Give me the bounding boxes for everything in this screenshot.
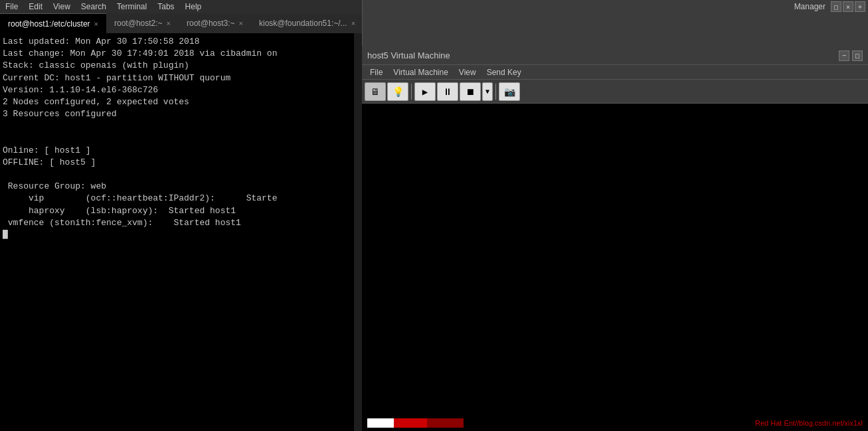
- terminal-line-12: Resource Group: web: [3, 181, 351, 193]
- terminal-line-4: Version: 1.1.10-14.el6-368c726: [3, 84, 351, 96]
- vm-watermark-text: Red Hat Ent//blog.csdn.net/xix1xl: [755, 419, 863, 427]
- menu-view[interactable]: View: [48, 2, 76, 11]
- vm-screen-black-area: [362, 104, 868, 415]
- terminal-line-5: 2 Nodes configured, 2 expected votes: [3, 96, 351, 108]
- right-vm-panel: Manager □ × + host5 Virtual Machine − □: [362, 0, 868, 431]
- tab-host2-label: root@host2:~: [114, 19, 163, 28]
- terminal-output: Last updated: Mon Apr 30 17:50:58 2018 L…: [0, 33, 354, 431]
- pause-icon: ⏸: [443, 86, 452, 97]
- toolbar-screenshot-btn[interactable]: 📷: [499, 82, 520, 101]
- vm-menu-vm[interactable]: Virtual Machine: [388, 68, 454, 77]
- terminal-line-2: Stack: classic openais (with plugin): [3, 60, 351, 72]
- menu-search[interactable]: Search: [76, 2, 112, 11]
- terminal-line-0: Last updated: Mon Apr 30 17:50:58 2018: [3, 36, 351, 48]
- virt-manager-extra-btn[interactable]: +: [855, 1, 865, 12]
- terminal-line-8: [3, 133, 351, 145]
- vm-status-bar: [367, 418, 464, 428]
- toolbar-sep-2: [495, 84, 496, 100]
- chevron-down-icon: ▼: [485, 88, 489, 95]
- terminal-line-9: Online: [ host1 ]: [3, 145, 351, 157]
- tab-host1-close[interactable]: ×: [94, 20, 98, 28]
- terminal-line-7: [3, 120, 351, 132]
- toolbar-monitor-btn[interactable]: 🖥: [365, 82, 386, 101]
- menu-tabs[interactable]: Tabs: [152, 2, 179, 11]
- tab-host2-close[interactable]: ×: [167, 19, 171, 27]
- virt-manager-window-controls: □ × +: [831, 1, 865, 12]
- vm-menu-sendkey[interactable]: Send Key: [481, 68, 527, 77]
- toolbar-sep-1: [411, 84, 412, 100]
- toolbar-stop-btn[interactable]: ⏹: [460, 82, 481, 101]
- terminal-line-11: [3, 169, 351, 181]
- vm-menu-file[interactable]: File: [365, 68, 388, 77]
- stop-icon: ⏹: [466, 86, 475, 97]
- virt-manager-restore-btn[interactable]: □: [831, 1, 841, 12]
- tab-host3-label: root@host3:~: [187, 19, 235, 28]
- menu-help[interactable]: Help: [180, 2, 207, 11]
- tab-host2[interactable]: root@host2:~ ×: [106, 13, 179, 33]
- vm-toolbar: 🖥 💡 ▶ ⏸ ⏹: [362, 80, 868, 104]
- virt-manager-close-btn[interactable]: ×: [843, 1, 853, 12]
- vm-title-text: host5 Virtual Machine: [367, 50, 450, 60]
- tab-host1[interactable]: root@host1:/etc/cluster ×: [0, 13, 106, 33]
- tab-kiosk-label: kiosk@foundation51:~/...: [259, 19, 347, 28]
- vm-window-controls: − □: [839, 50, 863, 61]
- virt-manager-header: Manager □ × +: [362, 0, 868, 46]
- toolbar-dropdown-btn[interactable]: ▼: [482, 82, 493, 101]
- menu-edit[interactable]: Edit: [23, 2, 48, 11]
- vm-screen[interactable]: Red Hat Ent//blog.csdn.net/xix1xl: [362, 104, 868, 431]
- terminal-line-3: Current DC: host1 - partition WITHOUT qu…: [3, 72, 351, 84]
- screenshot-icon: 📷: [504, 86, 515, 97]
- vm-title-bar: host5 Virtual Machine − □: [362, 46, 868, 65]
- toolbar-pause-btn[interactable]: ⏸: [437, 82, 458, 101]
- bulb-icon: 💡: [392, 86, 404, 97]
- toolbar-bulb-btn[interactable]: 💡: [387, 82, 408, 101]
- toolbar-play-btn[interactable]: ▶: [414, 82, 436, 101]
- status-white-block: [367, 418, 394, 428]
- vm-maximize-btn[interactable]: □: [852, 50, 863, 61]
- vm-bottom-bar: Red Hat Ent//blog.csdn.net/xix1xl: [362, 415, 868, 431]
- tab-host1-label: root@host1:/etc/cluster: [8, 19, 90, 29]
- vm-menu-bar: File Virtual Machine View Send Key: [362, 65, 868, 80]
- left-terminal-panel: File Edit View Search Terminal Tabs Help…: [0, 0, 362, 431]
- terminal-cursor-line: █: [3, 229, 351, 241]
- terminal-line-10: OFFLINE: [ host5 ]: [3, 157, 351, 169]
- vm-window: host5 Virtual Machine − □ File Virtual M…: [362, 46, 868, 431]
- tab-host3[interactable]: root@host3:~ ×: [179, 13, 251, 33]
- tab-host3-close[interactable]: ×: [239, 19, 243, 27]
- virt-manager-title: Manager: [365, 2, 831, 11]
- terminal-line-1: Last change: Mon Apr 30 17:49:01 2018 vi…: [3, 48, 351, 60]
- menu-file[interactable]: File: [0, 2, 23, 11]
- virt-manager-top-bar: Manager □ × +: [363, 0, 868, 13]
- tab-kiosk[interactable]: kiosk@foundation51:~/... ×: [251, 13, 362, 33]
- terminal-menu-bar: File Edit View Search Terminal Tabs Help: [0, 0, 362, 13]
- tab-kiosk-close[interactable]: ×: [351, 19, 355, 27]
- terminal-scrollbar[interactable]: [354, 33, 362, 431]
- terminal-line-13: vip (ocf::heartbeat:IPaddr2): Starte: [3, 193, 351, 205]
- tab-bar: root@host1:/etc/cluster × root@host2:~ ×…: [0, 13, 362, 33]
- monitor-icon: 🖥: [371, 86, 380, 97]
- terminal-line-15: vmfence (stonith:fence_xvm): Started hos…: [3, 217, 351, 229]
- menu-terminal[interactable]: Terminal: [112, 2, 152, 11]
- terminal-line-6: 3 Resources configured: [3, 108, 351, 120]
- play-icon: ▶: [422, 86, 428, 97]
- terminal-line-14: haproxy (lsb:haproxy): Started host1: [3, 205, 351, 217]
- vm-minimize-btn[interactable]: −: [839, 50, 849, 61]
- vm-menu-view[interactable]: View: [454, 68, 481, 77]
- status-dark-red-block: [427, 418, 464, 428]
- status-red-block: [394, 418, 427, 428]
